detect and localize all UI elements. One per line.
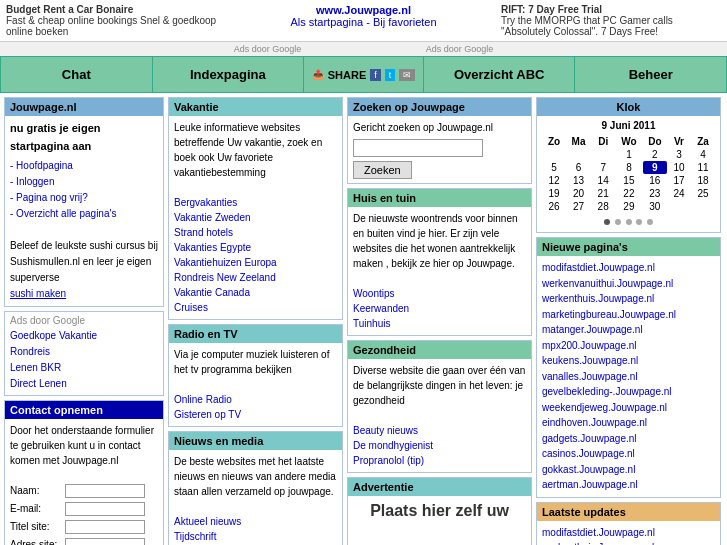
calendar-body: 9 Juni 2011 Zo Ma Di Wo Do Vr Za bbox=[537, 116, 720, 232]
link-laatste-modifastdiet[interactable]: modifastdiet.Jouwpage.nl bbox=[542, 525, 715, 541]
nieuws-media-body: De beste websites met het laatste nieuws… bbox=[169, 450, 342, 545]
link-beauty[interactable]: Beauty nieuws bbox=[353, 425, 418, 436]
mail-icon[interactable]: ✉ bbox=[399, 69, 415, 81]
nav-tabs: Chat Indexpagina 📤 SHARE f t ✉ Overzicht… bbox=[0, 56, 727, 93]
advertentie-text: Plaats hier zelf uw bbox=[370, 502, 509, 519]
link-vakantie[interactable]: Goedkope Vakantie bbox=[10, 328, 158, 344]
link-propranolol[interactable]: Propranolol bbox=[353, 455, 404, 466]
tab-indexpagina[interactable]: Indexpagina bbox=[153, 57, 305, 92]
tw-icon[interactable]: t bbox=[385, 69, 396, 81]
form-row-titelsite: Titel site: bbox=[10, 519, 158, 534]
link-weekendjeweg[interactable]: weekendjeweg.Jouwpage.nl bbox=[542, 400, 715, 416]
cal-dot-4 bbox=[636, 219, 642, 225]
adressite-label: Adres site: bbox=[10, 537, 65, 545]
ad-right-desc: Try the MMORPG that PC Gamer calls "Abso… bbox=[501, 15, 673, 37]
link-aertman[interactable]: aertman.Jouwpage.nl bbox=[542, 477, 715, 493]
advertentie-box: Advertentie Plaats hier zelf uw bbox=[347, 477, 532, 545]
jouwpage-body: nu gratis je eigen startpagina aan - Hoo… bbox=[5, 116, 163, 306]
link-matanger[interactable]: matanger.Jouwpage.nl bbox=[542, 322, 715, 338]
link-woontips[interactable]: Woontips bbox=[353, 288, 395, 299]
jouwpage-url[interactable]: www.Jouwpage.nl bbox=[316, 4, 411, 16]
tab-chat[interactable]: Chat bbox=[1, 57, 153, 92]
link-direct-lenen[interactable]: Direct Lenen bbox=[10, 376, 158, 392]
link-tijdschrift[interactable]: Tijdschrift bbox=[174, 531, 216, 542]
cal-header-do: Do bbox=[643, 135, 667, 148]
cal-header-di: Di bbox=[591, 135, 615, 148]
laatste-updates-header: Laatste updates bbox=[537, 503, 720, 521]
link-inloggen[interactable]: - Inloggen bbox=[10, 174, 158, 190]
top-ad-center-line1: Als startpagina - Bij favorieten bbox=[290, 16, 436, 28]
link-bergvakanties[interactable]: Bergvakanties bbox=[174, 197, 237, 208]
link-overzicht-paginas[interactable]: - Overzicht alle pagina's bbox=[10, 206, 158, 222]
link-mpx200[interactable]: mpx200.Jouwpage.nl bbox=[542, 338, 715, 354]
contact-body: Door het onderstaande formulier te gebru… bbox=[5, 419, 163, 545]
link-aktueel[interactable]: Aktueel nieuws bbox=[174, 516, 241, 527]
search-button[interactable]: Zoeken bbox=[353, 161, 412, 179]
link-gadgets[interactable]: gadgets.Jouwpage.nl bbox=[542, 431, 715, 447]
cal-dot-2 bbox=[615, 219, 621, 225]
tab-share[interactable]: 📤 SHARE f t ✉ bbox=[304, 57, 424, 92]
share-label: SHARE bbox=[328, 69, 367, 81]
ad-left-desc: Fast & cheap online bookings Snel & goed… bbox=[6, 15, 216, 37]
link-eindhoven[interactable]: eindhoven.Jouwpage.nl bbox=[542, 415, 715, 431]
link-tuinhuis[interactable]: Tuinhuis bbox=[353, 318, 390, 329]
ads-google-title: Ads door Google bbox=[10, 315, 158, 326]
tip-link[interactable]: (tip) bbox=[407, 455, 424, 466]
link-marketingbureau[interactable]: marketingbureau.Jouwpage.nl bbox=[542, 307, 715, 323]
naam-input[interactable] bbox=[65, 484, 145, 498]
link-casinos[interactable]: casinos.Jouwpage.nl bbox=[542, 446, 715, 462]
ads-label-right: Ads door Google bbox=[426, 44, 494, 54]
contact-box: Contact opnemen Door het onderstaande fo… bbox=[4, 400, 164, 545]
email-input[interactable] bbox=[65, 502, 145, 516]
gezondheid-body: Diverse website die gaan over één van de… bbox=[348, 359, 531, 472]
advertentie-header: Advertentie bbox=[348, 478, 531, 496]
link-keukens[interactable]: keukens.Jouwpage.nl bbox=[542, 353, 715, 369]
link-laatste-werkenthuis[interactable]: werkenthuis.Jouwpage.nl bbox=[542, 540, 715, 545]
fb-icon[interactable]: f bbox=[370, 69, 381, 81]
link-pagina-vrij[interactable]: - Pagina nog vrij? bbox=[10, 190, 158, 206]
zoeken-header: Zoeken op Jouwpage bbox=[348, 98, 531, 116]
link-online-radio[interactable]: Online Radio bbox=[174, 394, 232, 405]
top-ads-bar: Budget Rent a Car Bonaire Fast & cheap o… bbox=[0, 0, 727, 42]
link-gisteren-tv[interactable]: Gisteren op TV bbox=[174, 409, 241, 420]
link-vakantiehuizen-europa[interactable]: Vakantiehuizen Europa bbox=[174, 257, 277, 268]
link-keerwanden[interactable]: Keerwanden bbox=[353, 303, 409, 314]
vakantie-body: Leuke informatieve websites betreffende … bbox=[169, 116, 342, 319]
cal-dot-3 bbox=[626, 219, 632, 225]
link-vakantie-canada[interactable]: Vakantie Canada bbox=[174, 287, 250, 298]
nieuws-media-desc: De beste websites met het laatste nieuws… bbox=[174, 456, 336, 497]
tab-beheer[interactable]: Beheer bbox=[575, 57, 726, 92]
cal-dot-1 bbox=[604, 219, 610, 225]
link-vakantie-zweden[interactable]: Vakantie Zweden bbox=[174, 212, 251, 223]
nieuwe-paginas-header: Nieuwe pagina's bbox=[537, 238, 720, 256]
titelsite-input[interactable] bbox=[65, 520, 145, 534]
cal-header-ma: Ma bbox=[566, 135, 591, 148]
link-mondhygienist[interactable]: De mondhygienist bbox=[353, 440, 433, 451]
search-input[interactable] bbox=[353, 139, 483, 157]
link-rondreis[interactable]: Rondreis bbox=[10, 344, 158, 360]
cal-header-za: Za bbox=[691, 135, 715, 148]
zoeken-box: Zoeken op Jouwpage Gericht zoeken op Jou… bbox=[347, 97, 532, 184]
sushi-link[interactable]: sushi maken bbox=[10, 286, 158, 302]
klok-box: Klok 9 Juni 2011 Zo Ma Di Wo Do Vr Za bbox=[536, 97, 721, 233]
calendar-date: 9 Juni 2011 bbox=[542, 120, 715, 131]
link-cruises[interactable]: Cruises bbox=[174, 302, 208, 313]
link-werkenvanuithui[interactable]: werkenvanuithui.Jouwpage.nl bbox=[542, 276, 715, 292]
link-vanalles[interactable]: vanalles.Jouwpage.nl bbox=[542, 369, 715, 385]
radiotv-desc: Via je computer muziek luisteren of het … bbox=[174, 349, 329, 375]
link-vakanties-egypte[interactable]: Vakanties Egypte bbox=[174, 242, 251, 253]
link-werkenthuis[interactable]: werkenthuis.Jouwpage.nl bbox=[542, 291, 715, 307]
link-lenen-bkr[interactable]: Lenen BKR bbox=[10, 360, 158, 376]
vakantie-header: Vakantie bbox=[169, 98, 342, 116]
tab-overzicht[interactable]: Overzicht ABC bbox=[424, 57, 576, 92]
link-rondreis-nz[interactable]: Rondreis New Zeeland bbox=[174, 272, 276, 283]
link-modifastdiet[interactable]: modifastdiet.Jouwpage.nl bbox=[542, 260, 715, 276]
gezondheid-box: Gezondheid Diverse website die gaan over… bbox=[347, 340, 532, 473]
ads-google-links: Goedkope Vakantie Rondreis Lenen BKR Dir… bbox=[10, 328, 158, 392]
link-gevelbekIeding[interactable]: gevelbekIeding-.Jouwpage.nl bbox=[542, 384, 715, 400]
link-hoofdpagina[interactable]: - Hoofdpagina bbox=[10, 158, 158, 174]
ad-left-title: Budget Rent a Car Bonaire bbox=[6, 4, 133, 15]
adressite-input[interactable] bbox=[65, 538, 145, 545]
link-gokkast[interactable]: gokkast.Jouwpage.nl bbox=[542, 462, 715, 478]
link-strand-hotels[interactable]: Strand hotels bbox=[174, 227, 233, 238]
